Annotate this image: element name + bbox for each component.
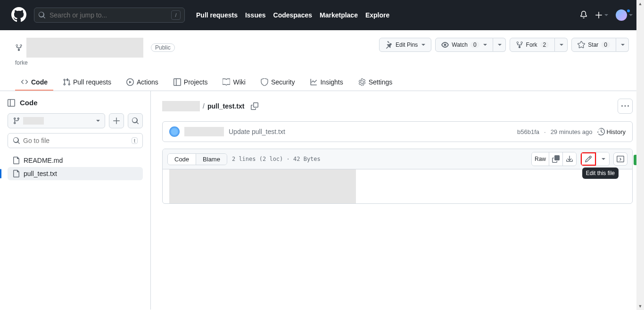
tab-security[interactable]: Security — [255, 75, 301, 91]
github-logo-icon[interactable] — [11, 7, 34, 24]
sidebar-title: Code — [8, 99, 143, 107]
star-menu-button[interactable] — [616, 38, 629, 52]
file-tree-sidebar: Code t README.md — [0, 91, 151, 310]
tab-code[interactable]: Code — [15, 75, 53, 91]
edit-dropdown-button[interactable] — [596, 152, 609, 166]
nav-pull-requests[interactable]: Pull requests — [196, 11, 238, 19]
book-icon — [223, 78, 230, 86]
sidebar-collapse-icon[interactable] — [8, 99, 15, 107]
copy-raw-button[interactable] — [549, 152, 562, 166]
file-item-pull-test[interactable]: pull_test.txt — [8, 167, 143, 180]
file-name: README.md — [24, 157, 63, 164]
file-icon — [12, 157, 20, 164]
star-label: Star — [588, 42, 598, 48]
graph-icon — [310, 78, 317, 86]
global-search[interactable]: / — [34, 8, 185, 23]
breadcrumb-separator: / — [203, 102, 205, 110]
watch-menu-button[interactable] — [493, 38, 506, 52]
tab-code-label: Code — [31, 78, 48, 86]
search-input[interactable] — [50, 11, 171, 19]
tab-wiki[interactable]: Wiki — [217, 75, 251, 91]
notifications-icon[interactable] — [580, 11, 587, 20]
file-content — [163, 169, 632, 203]
play-icon — [126, 78, 134, 86]
forked-from-label: forke — [15, 59, 175, 66]
chevron-down-icon — [96, 120, 100, 122]
shield-icon — [261, 78, 268, 86]
watch-count: 0 — [471, 42, 479, 48]
tab-wiki-label: Wiki — [233, 78, 245, 86]
code-icon — [21, 78, 28, 86]
repo-header: Public forke Edit Pins Watch 0 — [0, 30, 644, 91]
fork-menu-button[interactable] — [555, 38, 568, 52]
chevron-down-icon — [621, 44, 625, 46]
chevron-down-icon — [483, 44, 487, 46]
user-menu[interactable] — [616, 9, 633, 21]
edit-file-tooltip: Edit this file — [582, 168, 619, 179]
search-icon — [132, 117, 139, 125]
tab-actions-label: Actions — [137, 78, 158, 86]
commit-message[interactable]: Update pull_test.txt — [229, 128, 285, 135]
main-nav-links: Pull requests Issues Codespaces Marketpl… — [196, 11, 389, 19]
add-file-button[interactable] — [109, 113, 124, 128]
history-button[interactable]: History — [597, 128, 626, 135]
plus-icon — [113, 117, 120, 125]
tab-projects[interactable]: Projects — [168, 75, 214, 91]
go-to-file-field[interactable] — [23, 137, 132, 144]
chevron-down-icon — [629, 14, 633, 16]
git-pull-request-icon — [63, 78, 70, 86]
tab-insights[interactable]: Insights — [304, 75, 348, 91]
search-shortcut-key: / — [171, 10, 181, 20]
tab-actions[interactable]: Actions — [121, 75, 164, 91]
commit-author-redacted[interactable] — [184, 127, 224, 136]
top-navigation: / Pull requests Issues Codespaces Market… — [0, 0, 644, 30]
edit-pins-button[interactable]: Edit Pins — [379, 38, 431, 52]
tab-pull-requests[interactable]: Pull requests — [57, 75, 117, 91]
blame-view-tab[interactable]: Blame — [196, 154, 227, 165]
avatar — [616, 9, 627, 21]
commit-author-avatar[interactable] — [169, 126, 180, 137]
download-raw-button[interactable] — [562, 152, 576, 166]
fork-button[interactable]: Fork 2 — [510, 38, 555, 52]
chevron-down-icon — [602, 158, 605, 160]
copy-path-icon[interactable] — [251, 102, 258, 110]
file-icon — [12, 170, 20, 177]
nav-issues[interactable]: Issues — [245, 11, 266, 19]
breadcrumb-file: pull_test.txt — [207, 102, 245, 110]
pencil-icon — [585, 155, 592, 163]
chevron-down-icon — [560, 44, 563, 46]
file-view-main: / pull_test.txt Update pull_test.txt b56… — [151, 91, 644, 310]
edit-pins-label: Edit Pins — [396, 42, 418, 48]
code-view-tab[interactable]: Code — [168, 154, 196, 165]
scroll-up-arrow[interactable]: ▲ — [636, 0, 644, 8]
file-name: pull_test.txt — [24, 170, 57, 177]
add-dropdown[interactable] — [595, 11, 608, 19]
file-toolbar: Code Blame 2 lines (2 loc) · 42 Bytes Ra… — [163, 149, 632, 169]
symbols-icon — [617, 155, 624, 163]
watch-button[interactable]: Watch 0 — [435, 38, 493, 52]
watch-label: Watch — [452, 42, 468, 48]
symbols-button[interactable] — [613, 152, 627, 166]
file-item-readme[interactable]: README.md — [8, 154, 143, 167]
nav-explore[interactable]: Explore — [365, 11, 389, 19]
tab-settings[interactable]: Settings — [353, 75, 398, 91]
search-files-button[interactable] — [128, 113, 143, 128]
raw-button[interactable]: Raw — [532, 152, 549, 166]
commit-hash[interactable]: b56b1fa — [517, 128, 539, 135]
repo-name-redacted — [26, 38, 143, 58]
scroll-down-arrow[interactable]: ▼ — [636, 302, 644, 310]
star-icon — [578, 41, 585, 49]
vertical-scrollbar[interactable]: ▲ ▼ — [636, 0, 644, 310]
nav-marketplace[interactable]: Marketplace — [320, 11, 358, 19]
go-to-file-input[interactable]: t — [8, 133, 143, 148]
chevron-down-icon — [604, 14, 608, 16]
breadcrumb-repo-redacted[interactable] — [162, 101, 200, 111]
nav-codespaces[interactable]: Codespaces — [273, 11, 312, 19]
pin-icon — [385, 41, 393, 49]
star-button[interactable]: Star 0 — [571, 38, 616, 52]
branch-select-button[interactable] — [8, 113, 105, 128]
star-count: 0 — [601, 42, 610, 48]
edit-file-button[interactable] — [581, 152, 596, 166]
more-options-button[interactable] — [618, 99, 633, 114]
chevron-down-icon — [498, 44, 502, 46]
